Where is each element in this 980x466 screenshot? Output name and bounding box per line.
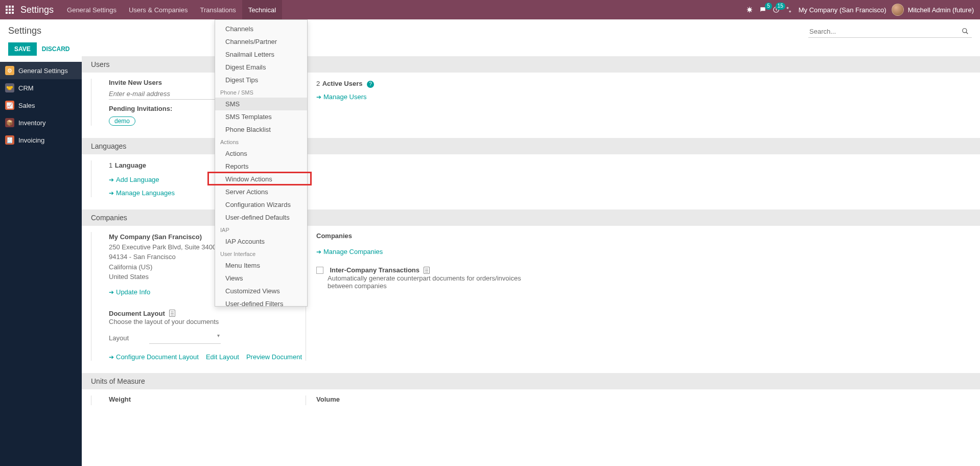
- user-name: Mitchell Admin (future): [908, 6, 974, 14]
- dropdown-item[interactable]: Actions: [215, 147, 307, 160]
- companies-right-header: Companies: [316, 232, 980, 240]
- dropdown-item[interactable]: Digest Emails: [215, 61, 307, 74]
- nav-right: 5 15 My Company (San Francisco) Mitchell…: [745, 4, 980, 16]
- dropdown-item[interactable]: Configuration Wizards: [215, 198, 307, 211]
- technical-dropdown: AliasesChannelsChannels/PartnerSnailmail…: [215, 19, 308, 307]
- top-menu: General Settings Users & Companies Trans…: [61, 0, 282, 19]
- activity-badge: 15: [776, 3, 785, 10]
- menu-technical[interactable]: Technical: [242, 0, 282, 19]
- menu-users-companies[interactable]: Users & Companies: [123, 0, 194, 19]
- dropdown-item[interactable]: Customized Views: [215, 285, 307, 297]
- chart-icon: 📈: [5, 101, 14, 110]
- document-icon: 🧾: [5, 135, 14, 145]
- active-users-label: Active Users: [322, 80, 363, 87]
- dropdown-item[interactable]: Channels: [215, 22, 307, 35]
- document-icon[interactable]: [169, 310, 175, 317]
- apps-icon[interactable]: [0, 0, 19, 19]
- search-input[interactable]: [808, 26, 972, 38]
- arrow-right-icon: ➔: [109, 289, 114, 296]
- dropdown-group: IAP: [215, 224, 307, 235]
- layout-select[interactable]: [149, 333, 221, 344]
- add-language-link[interactable]: ➔Add Language: [109, 176, 159, 183]
- sidebar-item-general[interactable]: ⚙ General Settings: [0, 62, 82, 79]
- manage-languages-link[interactable]: ➔Manage Languages: [109, 189, 175, 197]
- arrow-right-icon: ➔: [109, 354, 114, 361]
- dropdown-item[interactable]: Reports: [215, 160, 307, 173]
- language-count: 1: [109, 161, 112, 169]
- messaging-icon[interactable]: 5: [759, 6, 767, 14]
- pending-tag[interactable]: demo: [109, 116, 135, 126]
- dropdown-item[interactable]: Phone Blacklist: [215, 123, 307, 136]
- top-navbar: Settings General Settings Users & Compan…: [0, 0, 980, 19]
- dropdown-item[interactable]: Server Actions: [215, 185, 307, 198]
- help-icon[interactable]: ?: [367, 81, 374, 88]
- layout-field-label: Layout: [109, 334, 129, 342]
- weight-label: Weight: [109, 395, 306, 403]
- manage-users-link[interactable]: ➔Manage Users: [316, 93, 367, 101]
- dropdown-item[interactable]: Views: [215, 272, 307, 285]
- update-info-link[interactable]: ➔Update Info: [109, 288, 150, 296]
- language-label: Language: [115, 161, 146, 169]
- search-icon[interactable]: [962, 28, 970, 36]
- doc-layout-label: Document Layout: [109, 310, 165, 317]
- box-icon: 📦: [5, 118, 14, 127]
- manage-companies-link[interactable]: ➔Manage Companies: [316, 248, 383, 255]
- section-header-uom: Units of Measure: [82, 373, 980, 389]
- dropdown-group: User Interface: [215, 248, 307, 259]
- dropdown-item[interactable]: Snailmail Letters: [215, 48, 307, 61]
- handshake-icon: 🤝: [5, 83, 14, 92]
- dropdown-group: Phone / SMS: [215, 86, 307, 98]
- gear-icon: ⚙: [5, 66, 14, 75]
- company-switcher[interactable]: My Company (San Francisco): [799, 6, 886, 14]
- doc-layout-desc: Choose the layout of your documents: [109, 318, 306, 325]
- arrow-right-icon: ➔: [316, 248, 321, 255]
- dropdown-item[interactable]: Menu Items: [215, 259, 307, 272]
- invite-email-input[interactable]: [109, 88, 221, 100]
- dropdown-item[interactable]: IAP Accounts: [215, 235, 307, 248]
- sidebar-item-label: Sales: [18, 102, 35, 109]
- sidebar-item-invoicing[interactable]: 🧾 Invoicing: [0, 131, 82, 149]
- dropdown-group: Actions: [215, 136, 307, 147]
- intercompany-checkbox[interactable]: [316, 267, 323, 274]
- discard-button[interactable]: DISCARD: [42, 45, 70, 53]
- menu-general-settings[interactable]: General Settings: [61, 0, 123, 19]
- dropdown-item[interactable]: SMS Templates: [215, 110, 307, 123]
- dropdown-item[interactable]: User-defined Defaults: [215, 211, 307, 224]
- document-icon[interactable]: [424, 267, 430, 274]
- sidebar-item-label: General Settings: [18, 67, 68, 75]
- svg-point-0: [748, 8, 751, 12]
- activity-icon[interactable]: 15: [772, 6, 780, 14]
- sidebar-item-label: Invoicing: [18, 136, 44, 144]
- arrow-right-icon: ➔: [109, 176, 114, 183]
- sidebar-item-crm[interactable]: 🤝 CRM: [0, 79, 82, 97]
- menu-translations[interactable]: Translations: [194, 0, 242, 19]
- sidebar-item-inventory[interactable]: 📦 Inventory: [0, 114, 82, 131]
- dropdown-item[interactable]: Window Actions: [215, 173, 307, 185]
- dropdown-item[interactable]: Channels/Partner: [215, 35, 307, 48]
- main-container: Settings SAVE DISCARD ⚙ General Settings…: [0, 19, 980, 466]
- dropdown-item[interactable]: User-defined Filters: [215, 297, 307, 307]
- sidebar-item-label: CRM: [18, 84, 34, 92]
- preview-document-link[interactable]: Preview Document: [246, 353, 302, 361]
- sidebar-item-sales[interactable]: 📈 Sales: [0, 97, 82, 114]
- edit-layout-link[interactable]: Edit Layout: [206, 353, 239, 361]
- intercompany-desc1: Automatically generate counterpart docum…: [328, 274, 980, 282]
- intercompany-desc2: between companies: [328, 282, 980, 290]
- brand[interactable]: Settings: [19, 5, 61, 15]
- intercompany-label: Inter-Company Transactions: [330, 266, 419, 274]
- configure-layout-link[interactable]: ➔Configure Document Layout: [109, 353, 199, 361]
- arrow-right-icon: ➔: [316, 94, 321, 101]
- active-users-count: 2: [316, 80, 320, 87]
- sidebar-item-label: Inventory: [18, 119, 45, 127]
- user-menu[interactable]: Mitchell Admin (future): [892, 4, 974, 16]
- dropdown-item[interactable]: Digest Tips: [215, 74, 307, 86]
- avatar: [892, 4, 904, 16]
- dropdown-item[interactable]: SMS: [215, 98, 307, 110]
- save-button[interactable]: SAVE: [8, 42, 37, 56]
- page-title: Settings: [8, 26, 74, 36]
- bug-icon[interactable]: [745, 6, 754, 14]
- sidebar: ⚙ General Settings 🤝 CRM 📈 Sales 📦 Inven…: [0, 62, 82, 466]
- tools-icon[interactable]: [785, 6, 794, 14]
- section-uom: Weight Volume: [82, 389, 980, 407]
- svg-point-2: [963, 29, 967, 33]
